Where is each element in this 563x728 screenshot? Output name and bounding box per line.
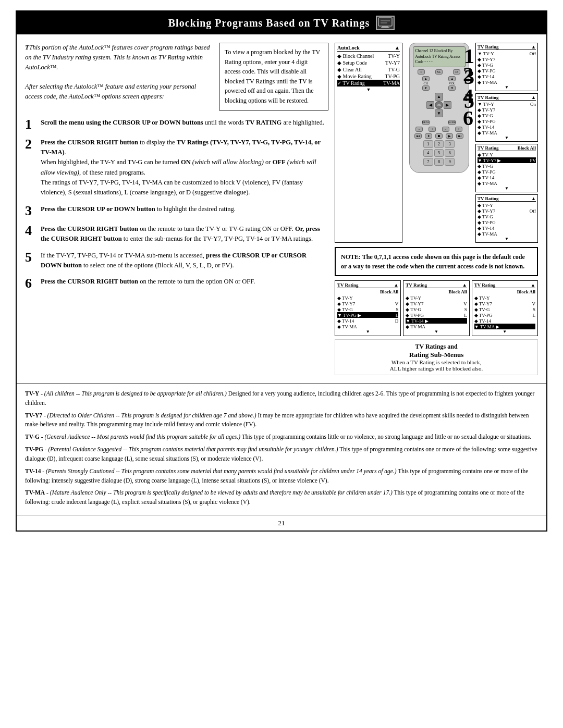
step-3-number: 3 xyxy=(25,204,36,218)
rm4-row-g: ◆ TV-G xyxy=(478,214,536,219)
step-6-number: 6 xyxy=(25,277,36,290)
rm2-row-ma: ◆ TV-MA xyxy=(478,130,536,135)
page-number: 21 xyxy=(17,515,546,530)
step-6-bold: Press the CURSOR RIGHT button xyxy=(41,278,138,285)
bm1-row-ma: ◆ TV-MA xyxy=(337,324,398,329)
page-title: Blocking Programs Based on TV Ratings xyxy=(168,17,370,29)
bm3-row-y: ◆ TV-Y xyxy=(474,295,535,301)
remote-top-buttons: P SL D xyxy=(413,69,466,75)
step-2: 2 Press the CURSOR RIGHT button to displ… xyxy=(25,138,328,198)
dpad-left[interactable]: ◀ xyxy=(426,101,434,109)
bottom-menus-row: TV Rating▲ Block All ◆ TV-Y ◆ TV-Y7V ◆ T… xyxy=(335,280,538,336)
autolock-menu: AutoLock ▲ ◆ Block ChannelTV-Y ◆ Setup C… xyxy=(335,43,402,243)
num-3[interactable]: 3 xyxy=(445,140,455,148)
bm3-row-14: ◆ TV-14 xyxy=(474,318,535,324)
dpad: ▲ ◀ OK ▶ ▼ xyxy=(426,93,451,118)
rm4-row-pg: ◆ TV-PG xyxy=(478,219,536,225)
step-3-bold: Press the CURSOR UP or DOWN button xyxy=(41,205,155,213)
step-5-bold: press the CURSOR UP or CURSOR DOWN butto… xyxy=(41,252,307,269)
pause-btn[interactable]: ⏸ xyxy=(425,133,432,139)
step-2-bold: Press the CURSOR RIGHT button xyxy=(41,139,138,146)
bm2-row-pg: ◆ TV-PGL xyxy=(406,312,467,318)
bm2-row-ma: ◆ TV-MA xyxy=(406,324,467,329)
num-1[interactable]: 1 xyxy=(423,140,433,148)
rm1-row-ma: ◆ TV-MA xyxy=(478,79,536,85)
rm1-title: TV Rating▲ xyxy=(478,44,536,50)
bm1-row-14: ◆ TV-14D xyxy=(337,318,398,324)
rm1-row-pg: ◆ TV-PG xyxy=(478,68,536,73)
remote-body: Channel 12 Blocked By AutoLock TV Rating… xyxy=(409,43,469,173)
plus-minus-row: − + − + xyxy=(413,127,466,132)
ch-up-btn[interactable]: ▲ xyxy=(422,76,430,81)
tv-ratings-caption: TV Ratings and xyxy=(338,343,534,351)
bm1-row-y7: ◆ TV-Y7V xyxy=(337,301,398,306)
dpad-down[interactable]: ▼ xyxy=(435,109,443,117)
rm1-row-y: ▼ TV-YOff xyxy=(478,51,536,56)
step-4-content: Press the CURSOR RIGHT button on the rem… xyxy=(41,224,328,244)
play-btn[interactable]: ▶ xyxy=(446,133,453,139)
rm4-row-y: ◆ TV-Y xyxy=(478,202,536,208)
rm4-row-y7: ◆ TV-Y7Off xyxy=(478,208,536,214)
intro-section: TThis portion of the AutoLock™ features … xyxy=(25,43,328,110)
rm4-row-ma: ◆ TV-MA xyxy=(478,231,536,237)
power-btn[interactable]: P xyxy=(418,69,425,75)
intro-box: To view a program blocked by the TV Rati… xyxy=(219,43,328,110)
rating-menu-3: TV RatingBlock All ◆ TV-Y ▼ TV-Y7 ▶FV ◆ … xyxy=(475,144,538,192)
step-4-number: 4 xyxy=(25,224,36,238)
vol-up-btn[interactable]: ▲ xyxy=(448,76,456,81)
bm2-row-14: ▼ TV-14 ▶ xyxy=(406,318,467,324)
ch-dn-btn[interactable]: ▼ xyxy=(422,85,430,91)
bm3-row-y7: ◆ TV-Y7V xyxy=(474,301,535,306)
rm1-row-g: ◆ TV-G xyxy=(478,62,536,68)
rm4-row-14: ◆ TV-14 xyxy=(478,225,536,231)
ff-btn[interactable]: ⏭ xyxy=(456,133,463,139)
autolock-item-3: ◆ Clear AllTV-G xyxy=(337,66,400,73)
bm1-row-y: ◆ TV-Y xyxy=(337,295,398,301)
footer-tvpg: TV-PG - (Parental Guidance Suggested -- … xyxy=(25,445,538,464)
dpad-right[interactable]: ▶ xyxy=(444,101,451,109)
plus2-btn[interactable]: + xyxy=(455,127,462,132)
rm2-row-g: ◆ TV-G xyxy=(478,113,536,118)
left-column: TThis portion of the AutoLock™ features … xyxy=(25,43,328,375)
dpad-up[interactable]: ▲ xyxy=(435,93,443,101)
minus2-btn[interactable]: − xyxy=(442,127,449,132)
vol-dn-btn[interactable]: ▼ xyxy=(448,85,456,91)
bottom-menu-3: TV Rating▲ Block All ◆ TV-Y ◆ TV-Y7V ◆ T… xyxy=(472,280,538,336)
page-footer: TV-Y - (All children -- This program is … xyxy=(17,384,546,515)
tv-ratings-sub3: ALL higher ratings will be blocked also. xyxy=(338,365,534,372)
guide-btn[interactable]: GUIDE xyxy=(448,120,456,125)
step-1: 1 Scroll the menu using the CURSOR UP or… xyxy=(25,118,328,131)
num-6[interactable]: 6 xyxy=(445,149,455,157)
step-4-bold: Press the CURSOR RIGHT button xyxy=(41,225,138,232)
display-btn[interactable]: D xyxy=(453,69,460,75)
num-7[interactable]: 7 xyxy=(423,158,433,166)
num-9[interactable]: 9 xyxy=(445,158,455,166)
minus-btn[interactable]: − xyxy=(415,127,423,132)
rm2-row-y: ▼ TV-YOn xyxy=(478,101,536,107)
rm2-row-y7: ◆ TV-Y7 xyxy=(478,107,536,113)
num-4[interactable]: 4 xyxy=(423,149,433,157)
rew-btn[interactable]: ⏮ xyxy=(414,133,422,139)
footer-tvma: TV-MA - (Mature Audience Only -- This pr… xyxy=(25,488,538,507)
num-8[interactable]: 8 xyxy=(434,158,444,166)
remote-area: 1 3 5 Channel 12 Blocked By xyxy=(406,43,472,243)
footer-tv14: TV-14 - (Parents Strongly Cautioned -- T… xyxy=(25,467,538,486)
rm3-row-y: ◆ TV-Y xyxy=(478,152,536,157)
step-5: 5 If the TV-Y7, TV-PG, TV-14 or TV-MA su… xyxy=(25,251,328,271)
rm3-row-g: ◆ TV-G xyxy=(478,163,536,169)
bm3-row-ma: ▼ TV-MA ▶ xyxy=(474,324,535,329)
rating-menu-1: TV Rating▲ ▼ TV-YOff ◆ TV-Y7 ◆ TV-G ◆ TV… xyxy=(475,43,538,91)
menu-btn[interactable]: MENU xyxy=(422,120,430,125)
sleep-btn[interactable]: SL xyxy=(435,69,443,75)
num-5[interactable]: 5 xyxy=(434,149,444,157)
footer-tvg: TV-G - (General Audience -- Most parents… xyxy=(25,433,538,442)
dpad-center[interactable]: OK xyxy=(435,101,443,109)
num-2[interactable]: 2 xyxy=(434,140,444,148)
bm3-title: TV Rating▲ xyxy=(474,282,535,288)
bottom-menu-2: TV Rating▲ Block All ◆ TV-Y ◆ TV-Y7V ◆ T… xyxy=(403,280,469,336)
autolock-item-5: ✓ TV RatingTV-MA xyxy=(337,80,400,87)
numpad: 1 2 3 4 5 6 7 8 9 xyxy=(423,140,455,166)
bm1-row-pg: ▼ TV-PG ▶L xyxy=(337,312,398,318)
plus-btn[interactable]: + xyxy=(429,127,436,132)
stop-btn[interactable]: ⏹ xyxy=(435,133,443,139)
